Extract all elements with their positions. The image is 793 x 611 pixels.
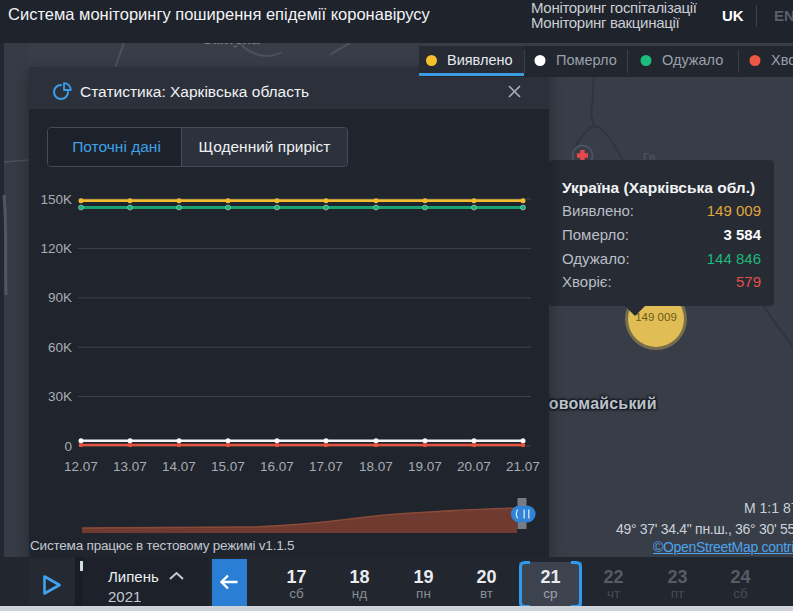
svg-text:60K: 60K	[48, 340, 72, 355]
svg-text:90K: 90K	[48, 290, 72, 305]
svg-text:20.07: 20.07	[457, 459, 491, 474]
svg-text:12.07: 12.07	[64, 459, 98, 474]
svg-text:13.07: 13.07	[113, 459, 147, 474]
svg-text:17.07: 17.07	[309, 459, 343, 474]
svg-text:18.07: 18.07	[359, 459, 393, 474]
svg-text:14.07: 14.07	[162, 459, 196, 474]
svg-text:0: 0	[64, 439, 72, 454]
svg-text:16.07: 16.07	[260, 459, 294, 474]
svg-text:120K: 120K	[40, 241, 72, 256]
svg-text:15.07: 15.07	[211, 459, 245, 474]
svg-text:21.07: 21.07	[506, 459, 540, 474]
svg-text:30K: 30K	[48, 389, 72, 404]
svg-text:150K: 150K	[40, 192, 72, 207]
svg-text:19.07: 19.07	[408, 459, 442, 474]
